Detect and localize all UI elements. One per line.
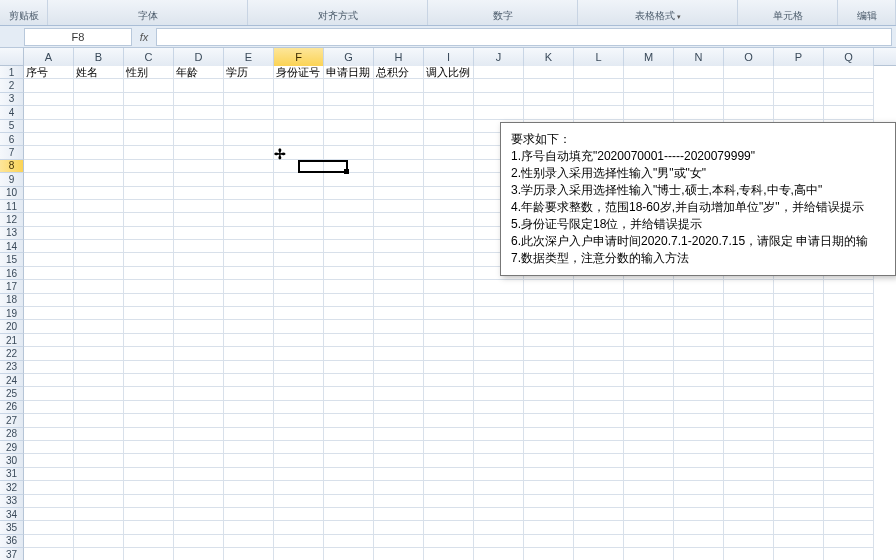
cell-I30[interactable]: [424, 454, 474, 467]
cell-K29[interactable]: [524, 441, 574, 454]
cell-O26[interactable]: [724, 401, 774, 414]
cell-A1[interactable]: 序号: [24, 66, 74, 79]
fx-icon[interactable]: fx: [134, 31, 154, 43]
cell-Q19[interactable]: [824, 307, 874, 320]
cell-D15[interactable]: [174, 253, 224, 266]
cell-L26[interactable]: [574, 401, 624, 414]
cell-O28[interactable]: [724, 428, 774, 441]
cell-I12[interactable]: [424, 213, 474, 226]
cell-O34[interactable]: [724, 508, 774, 521]
cell-C9[interactable]: [124, 173, 174, 186]
cell-K22[interactable]: [524, 347, 574, 360]
cell-F33[interactable]: [274, 495, 324, 508]
cell-C4[interactable]: [124, 106, 174, 119]
cell-J29[interactable]: [474, 441, 524, 454]
cell-C22[interactable]: [124, 347, 174, 360]
cell-B32[interactable]: [74, 481, 124, 494]
cell-C7[interactable]: [124, 146, 174, 159]
cell-E35[interactable]: [224, 521, 274, 534]
cell-P29[interactable]: [774, 441, 824, 454]
cell-Q35[interactable]: [824, 521, 874, 534]
cell-N28[interactable]: [674, 428, 724, 441]
cell-C6[interactable]: [124, 133, 174, 146]
cell-K28[interactable]: [524, 428, 574, 441]
cell-E34[interactable]: [224, 508, 274, 521]
cell-F34[interactable]: [274, 508, 324, 521]
cell-D24[interactable]: [174, 374, 224, 387]
cell-F37[interactable]: [274, 548, 324, 560]
cell-C5[interactable]: [124, 120, 174, 133]
cell-L35[interactable]: [574, 521, 624, 534]
cell-Q27[interactable]: [824, 414, 874, 427]
cell-F21[interactable]: [274, 334, 324, 347]
cell-L2[interactable]: [574, 79, 624, 92]
cell-L19[interactable]: [574, 307, 624, 320]
column-header-I[interactable]: I: [424, 48, 474, 66]
cell-J31[interactable]: [474, 468, 524, 481]
cell-O30[interactable]: [724, 454, 774, 467]
cell-M27[interactable]: [624, 414, 674, 427]
cell-D36[interactable]: [174, 535, 224, 548]
cell-G19[interactable]: [324, 307, 374, 320]
cell-Q4[interactable]: [824, 106, 874, 119]
cell-G32[interactable]: [324, 481, 374, 494]
cell-J18[interactable]: [474, 294, 524, 307]
column-header-P[interactable]: P: [774, 48, 824, 66]
cell-I5[interactable]: [424, 120, 474, 133]
cell-N33[interactable]: [674, 495, 724, 508]
cell-Q29[interactable]: [824, 441, 874, 454]
cell-B29[interactable]: [74, 441, 124, 454]
cell-C33[interactable]: [124, 495, 174, 508]
cell-I2[interactable]: [424, 79, 474, 92]
cell-J32[interactable]: [474, 481, 524, 494]
cell-M35[interactable]: [624, 521, 674, 534]
cell-O37[interactable]: [724, 548, 774, 560]
cell-A10[interactable]: [24, 187, 74, 200]
cell-A3[interactable]: [24, 93, 74, 106]
cell-Q26[interactable]: [824, 401, 874, 414]
cell-G7[interactable]: [324, 146, 374, 159]
cell-P32[interactable]: [774, 481, 824, 494]
cell-C10[interactable]: [124, 187, 174, 200]
cell-B10[interactable]: [74, 187, 124, 200]
cell-N24[interactable]: [674, 374, 724, 387]
cell-K23[interactable]: [524, 361, 574, 374]
cell-D13[interactable]: [174, 227, 224, 240]
cell-K4[interactable]: [524, 106, 574, 119]
cell-H3[interactable]: [374, 93, 424, 106]
cell-C15[interactable]: [124, 253, 174, 266]
cell-E24[interactable]: [224, 374, 274, 387]
cell-E32[interactable]: [224, 481, 274, 494]
cell-A28[interactable]: [24, 428, 74, 441]
cell-P22[interactable]: [774, 347, 824, 360]
cell-I7[interactable]: [424, 146, 474, 159]
cell-D17[interactable]: [174, 280, 224, 293]
cell-I29[interactable]: [424, 441, 474, 454]
cell-O17[interactable]: [724, 280, 774, 293]
cell-D26[interactable]: [174, 401, 224, 414]
cell-E16[interactable]: [224, 267, 274, 280]
cell-G22[interactable]: [324, 347, 374, 360]
cell-K36[interactable]: [524, 535, 574, 548]
cell-C32[interactable]: [124, 481, 174, 494]
cell-H33[interactable]: [374, 495, 424, 508]
row-header-31[interactable]: 31: [0, 468, 24, 481]
cell-P28[interactable]: [774, 428, 824, 441]
cell-H17[interactable]: [374, 280, 424, 293]
cell-H36[interactable]: [374, 535, 424, 548]
cell-H23[interactable]: [374, 361, 424, 374]
cell-N27[interactable]: [674, 414, 724, 427]
cell-H20[interactable]: [374, 320, 424, 333]
cell-P27[interactable]: [774, 414, 824, 427]
cell-M23[interactable]: [624, 361, 674, 374]
cell-G24[interactable]: [324, 374, 374, 387]
cell-L33[interactable]: [574, 495, 624, 508]
cell-H13[interactable]: [374, 227, 424, 240]
row-header-23[interactable]: 23: [0, 361, 24, 374]
cell-B16[interactable]: [74, 267, 124, 280]
column-header-M[interactable]: M: [624, 48, 674, 66]
cell-O24[interactable]: [724, 374, 774, 387]
row-header-27[interactable]: 27: [0, 414, 24, 427]
cell-J27[interactable]: [474, 414, 524, 427]
cell-D9[interactable]: [174, 173, 224, 186]
